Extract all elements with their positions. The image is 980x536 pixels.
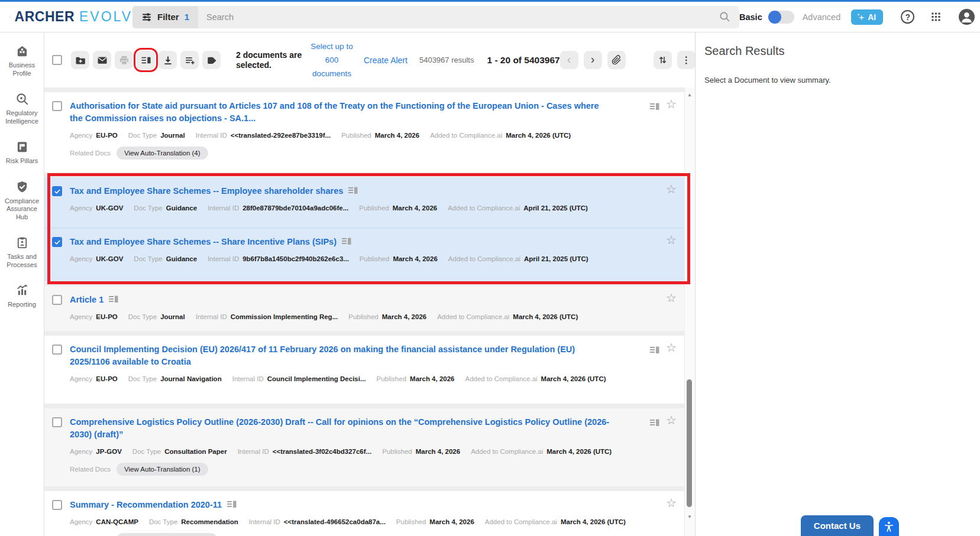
meta-label-internal_id: Internal ID <box>232 375 264 382</box>
results-list: Authorisation for State aid pursuant to … <box>44 87 684 536</box>
row-checkbox[interactable] <box>52 237 62 247</box>
row-title-line: Authorisation for State aid pursuant to … <box>70 100 611 125</box>
envelope-icon <box>97 55 108 66</box>
doc-summary-icon[interactable] <box>342 237 351 248</box>
document-title-link[interactable]: Summary - Recommendation 2020-11 <box>70 500 222 509</box>
meta-value-added: March 4, 2026 (UTC) <box>546 448 612 455</box>
prev-page-button[interactable]: ‹ <box>560 51 578 69</box>
sidebar-item-risk-pillars[interactable]: Risk Pillars <box>1 140 43 165</box>
document-title-link[interactable]: Comprehensive Logistics Policy Outline (… <box>70 417 609 439</box>
next-page-button[interactable]: › <box>584 51 602 69</box>
app-header: ARCHER EVOLV Filter 1 Basic Advanced <box>0 2 980 33</box>
doc-summary-icon[interactable] <box>348 186 358 197</box>
doc-summary-icon[interactable] <box>227 500 237 511</box>
favorite-star-icon[interactable]: ☆ <box>666 98 677 110</box>
filter-button[interactable]: Filter 1 <box>132 6 198 28</box>
document-title-link[interactable]: Tax and Employee Share Schemes -- Employ… <box>70 186 343 196</box>
add-to-list-button[interactable] <box>180 51 199 69</box>
row-checkbox[interactable] <box>52 186 62 196</box>
doc-summary-icon[interactable] <box>650 102 659 113</box>
result-row: Article 1☆AgencyEU-PODoc TypeJournalInte… <box>44 286 684 331</box>
doc-summary-icon[interactable] <box>650 418 659 429</box>
related-docs-row: Related Docs <box>70 533 637 536</box>
help-icon[interactable]: ? <box>901 10 914 24</box>
selected-count-text: 2 documents are selected. <box>236 50 302 70</box>
meta-label-added: Added to Compliance.ai <box>465 375 537 382</box>
email-button[interactable] <box>93 51 111 69</box>
download-button[interactable] <box>159 51 177 69</box>
summary-panel: Search Results Select a Document to view… <box>695 33 980 536</box>
view-auto-translation-button[interactable]: View Auto-Translation (1) <box>117 463 208 476</box>
tag-button[interactable] <box>202 51 221 69</box>
contact-us-button[interactable]: Contact Us <box>801 515 874 536</box>
row-metadata: AgencyEU-PODoc TypeJournal NavigationInt… <box>70 375 637 382</box>
view-auto-translation-button[interactable] <box>117 533 217 536</box>
meta-value-agency: EU-PO <box>96 313 117 320</box>
sparkle-icon <box>856 12 865 21</box>
move-to-folder-button[interactable] <box>71 51 89 69</box>
favorite-star-icon[interactable]: ☆ <box>666 497 677 509</box>
ai-button[interactable]: AI <box>851 9 883 25</box>
select-all-checkbox[interactable] <box>52 55 62 65</box>
doc-summary-icon[interactable] <box>650 346 659 356</box>
brand-archer: ARCHER <box>15 9 75 25</box>
sort-arrows-icon <box>658 55 668 65</box>
favorite-star-icon[interactable]: ☆ <box>666 414 677 426</box>
row-metadata: AgencyUK-GOVDoc TypeGuidanceInternal ID2… <box>70 204 637 212</box>
favorite-star-icon[interactable]: ☆ <box>666 342 677 353</box>
document-title-link[interactable]: Council Implementing Decision (EU) 2026/… <box>70 345 575 366</box>
result-row: Council Implementing Decision (EU) 2026/… <box>44 336 684 404</box>
meta-value-published: March 4, 2026 <box>382 313 426 320</box>
document-title-link[interactable]: Authorisation for State aid pursuant to … <box>70 101 599 123</box>
meta-value-added: March 4, 2026 (UTC) <box>541 375 606 382</box>
sidebar-item-reporting[interactable]: Reporting <box>1 284 43 309</box>
print-button[interactable] <box>115 51 133 69</box>
sidebar-item-label: Regulatory Intelligence <box>1 109 43 125</box>
row-metadata: AgencyEU-PODoc TypeJournalInternal ID<<t… <box>70 132 637 139</box>
search-input[interactable] <box>198 6 719 28</box>
document-title-link[interactable]: Article 1 <box>70 295 104 304</box>
result-row: Summary - Recommendation 2020-11☆AgencyC… <box>44 491 684 536</box>
favorite-star-icon[interactable]: ☆ <box>666 234 677 246</box>
scroll-up-arrow[interactable]: ▲ <box>685 92 694 98</box>
row-metadata: AgencyJP-GOVDoc TypeConsultation PaperIn… <box>70 448 637 455</box>
row-checkbox[interactable] <box>52 101 62 111</box>
select-up-to-link[interactable]: Select up to 600 documents <box>307 40 357 80</box>
row-checkbox[interactable] <box>52 500 62 510</box>
header-controls: Basic Advanced AI ? <box>739 9 980 25</box>
meta-value-internal_id: 9b6f7b8a1450bc2f940b262e6c3... <box>242 255 349 262</box>
sort-button[interactable] <box>654 51 672 69</box>
favorite-star-icon[interactable]: ☆ <box>666 292 677 304</box>
document-title-link[interactable]: Tax and Employee Share Schemes -- Share … <box>70 237 337 246</box>
meta-label-agency: Agency <box>70 204 92 212</box>
view-auto-translation-button[interactable]: View Auto-Translation (4) <box>117 147 208 160</box>
reading-view-button[interactable] <box>137 51 155 69</box>
row-checkbox[interactable] <box>52 345 62 355</box>
meta-label-doc_type: Doc Type <box>134 204 162 212</box>
tag-icon <box>206 55 217 66</box>
apps-grid-icon[interactable] <box>930 11 942 22</box>
row-checkbox[interactable] <box>52 417 62 427</box>
user-avatar[interactable] <box>959 9 975 25</box>
doc-summary-icon[interactable] <box>109 295 118 306</box>
row-checkbox[interactable] <box>52 295 62 305</box>
meta-label-doc_type: Doc Type <box>128 313 157 320</box>
favorite-star-icon[interactable]: ☆ <box>666 183 677 195</box>
sidebar-item-business-profile[interactable]: Business Profile <box>1 44 43 77</box>
scrollbar-thumb[interactable] <box>687 379 692 507</box>
meta-value-added: April 21, 2025 (UTC) <box>523 204 588 212</box>
create-alert-link[interactable]: Create Alert <box>364 56 407 65</box>
vertical-scrollbar[interactable]: ▲ ▼ <box>684 87 694 536</box>
more-options-button[interactable]: ⋮ <box>677 51 696 69</box>
sidebar-item-compliance-assurance-hub[interactable]: Compliance Assurance Hub <box>1 180 43 222</box>
search-icon[interactable] <box>719 11 731 23</box>
sidebar-item-regulatory-intelligence[interactable]: Regulatory Intelligence <box>1 92 43 125</box>
basic-advanced-toggle[interactable] <box>768 11 794 24</box>
scroll-down-arrow[interactable]: ▼ <box>685 514 694 519</box>
paperclip-icon <box>612 55 622 65</box>
copy-link-button[interactable] <box>607 51 626 69</box>
app-logo[interactable]: ARCHER EVOLV <box>0 9 132 25</box>
accessibility-button[interactable] <box>879 517 899 536</box>
meta-label-published: Published <box>348 313 379 320</box>
sidebar-item-tasks-and-processes[interactable]: Tasks and Processes <box>1 236 43 269</box>
